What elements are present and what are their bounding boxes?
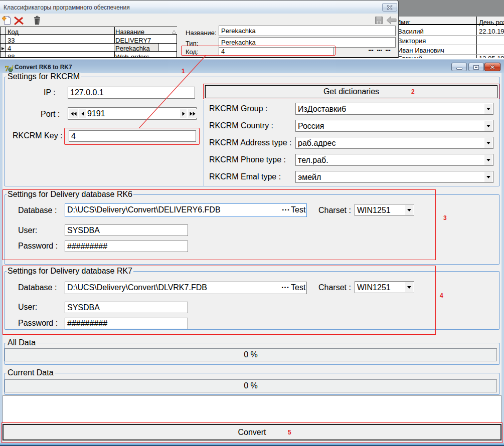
svg-text:7: 7 (5, 65, 9, 73)
